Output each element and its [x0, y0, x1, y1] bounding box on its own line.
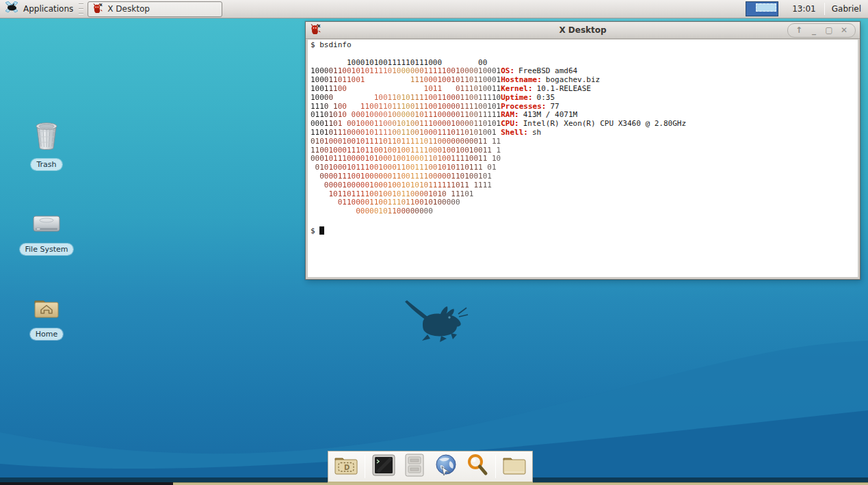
freebsd-daemon-icon: x: [92, 3, 103, 16]
shell-prompt: $: [311, 226, 319, 235]
desktop-icon-home[interactable]: Home: [14, 293, 79, 340]
minimize-button[interactable]: _: [808, 25, 820, 36]
sysinfo-value: bogachev.biz: [542, 75, 600, 84]
ascii-art-binary: 1101011100001011110011001000111011010100…: [311, 128, 501, 137]
terminal-sysinfo-line: 00001000001000100101010111111011 1111: [311, 181, 858, 190]
directory-menu-launcher[interactable]: D: [333, 454, 359, 480]
sysinfo-label: Processes:: [501, 102, 546, 111]
sysinfo-label: CPU:: [501, 119, 519, 128]
sysinfo-value: Intel(R) Xeon(R) CPU X3460 @ 2.80GHz: [519, 119, 686, 128]
desktop-icon-label: Home: [30, 328, 63, 340]
desktop-icon-label: File System: [20, 244, 74, 255]
terminal-content[interactable]: $ bsdinfo 100010100111110111000 00100001…: [308, 40, 858, 277]
terminal-command-line: $ bsdinfo: [311, 41, 858, 50]
web-browser-launcher[interactable]: [433, 454, 459, 480]
shade-button[interactable]: ↑: [793, 25, 805, 36]
directory-menu-icon: D: [334, 454, 358, 479]
sysinfo-value: FreeBSD amd64: [514, 66, 577, 75]
harddrive-icon: [31, 211, 62, 239]
window-controls: ↑ _ ▢ ✕: [787, 23, 856, 38]
window-titlebar[interactable]: x X Desktop ↑ _ ▢ ✕: [306, 22, 860, 39]
panel-separator: [824, 3, 825, 15]
taskbar-window-label: X Desktop: [107, 4, 150, 14]
search-launcher[interactable]: [464, 454, 490, 480]
web-browser-icon: [434, 453, 458, 480]
applications-menu-button[interactable]: Applications: [0, 0, 79, 18]
ascii-art-binary: 1000011001010111101000000111110010000100…: [311, 66, 501, 75]
terminal-sysinfo-line: 00001110010000001100111100000110100101: [311, 172, 858, 181]
xfce-mouse-silhouette: [402, 298, 471, 346]
ascii-art-binary: 01101010 0001000010000010111000001100111…: [311, 110, 501, 119]
sysinfo-value: sh: [528, 128, 541, 137]
desktop-background: Applications x X Desktop: [0, 0, 868, 485]
ascii-art-binary: 10110111100100101100001010 11101: [311, 189, 473, 198]
terminal-launcher[interactable]: [371, 454, 397, 480]
ascii-art-binary: 010100010010111101101111101100000000011 …: [311, 137, 501, 146]
sysinfo-value: 10.1-RELEASE: [533, 84, 591, 93]
dock-separator: [365, 455, 365, 478]
terminal-blank-line: [311, 216, 858, 225]
terminal-prompt-line: $: [311, 225, 858, 236]
panel-grip-handle[interactable]: [79, 3, 83, 14]
panel-clock[interactable]: 13:01: [785, 4, 823, 14]
user-menu[interactable]: Gabriel: [826, 4, 868, 14]
ascii-art-binary: 00001110010000001100111100000110100101: [311, 172, 492, 181]
sysinfo-value: 413M / 4071M: [519, 110, 577, 119]
sysinfo-label: Uptime:: [501, 93, 532, 102]
ascii-art-binary: 100011011001 11100010010110110001: [311, 75, 501, 84]
ascii-art-binary: 000101110000101000100100011010011110011 …: [311, 154, 501, 163]
applications-menu-label: Applications: [23, 4, 73, 14]
terminal-sysinfo-line: 00000101100000000: [311, 207, 858, 216]
top-panel: Applications x X Desktop: [0, 0, 868, 18]
ascii-art-binary: 10000 1001101011110011000110011110: [311, 93, 501, 102]
file-cabinet-launcher[interactable]: [402, 454, 428, 480]
trash-icon: [31, 120, 62, 155]
window-title: X Desktop: [306, 25, 860, 35]
home-folder-icon: [31, 293, 62, 324]
ascii-art-binary: 0001101 00100011000101001110000100001101…: [311, 119, 501, 128]
maximize-button[interactable]: ▢: [823, 25, 835, 36]
ascii-art-binary: 00000101100000000: [311, 207, 433, 215]
pager-window-preview: [756, 3, 776, 12]
xfce-logo-icon: [4, 1, 19, 16]
terminal-sysinfo-line: 010100010010111101101111101100000000011 …: [311, 137, 858, 146]
close-button[interactable]: ✕: [838, 25, 850, 36]
ascii-art-binary: 00001000001000100101010111111011 1111: [311, 181, 492, 189]
terminal-cursor: [319, 226, 324, 235]
dock-separator: [495, 455, 496, 478]
bottom-dock: D: [328, 451, 533, 483]
terminal-sysinfo-line: 10000 1001101011110011000110011110Uptime…: [311, 94, 858, 103]
workspace-pager[interactable]: [746, 1, 778, 16]
file-cabinet-icon: [404, 454, 425, 480]
terminal-sysinfo-line: 1101011100001011110011001000111011010100…: [311, 129, 858, 137]
file-manager-folder-icon: [502, 454, 527, 479]
ascii-art-binary: 1110 100 1100110111001110010000111100101: [311, 102, 501, 111]
sysinfo-value: 77: [546, 102, 559, 111]
ascii-art-binary: 011000011001110110010100000: [311, 198, 460, 207]
taskbar-window-button[interactable]: x X Desktop: [88, 1, 222, 17]
sysinfo-label: Hostname:: [501, 75, 542, 84]
desktop-icon-label: Trash: [31, 159, 62, 170]
terminal-window: x X Desktop ↑ _ ▢ ✕ $ bsdinfo 1000101001…: [305, 21, 860, 280]
ascii-art-binary: 100010100111110111000 00: [311, 58, 487, 67]
sysinfo-label: Shell:: [501, 128, 528, 137]
ascii-art-binary: 0101000101110010001100111001010110111 01: [311, 163, 497, 172]
svg-text:D: D: [344, 464, 350, 471]
file-manager-launcher[interactable]: [501, 454, 527, 480]
ascii-art-binary: 10011100 1011 0111010011: [311, 84, 501, 93]
sysinfo-label: OS:: [501, 66, 514, 75]
search-icon: [465, 453, 490, 480]
sysinfo-value: 0:35: [533, 93, 555, 102]
svg-text:x: x: [100, 3, 103, 8]
terminal-sysinfo-line: 10011100 1011 0111010011Kernel:10.1-RELE…: [311, 85, 858, 94]
desktop-icon-trash[interactable]: Trash: [14, 120, 79, 170]
sysinfo-label: Kernel:: [501, 84, 532, 93]
ascii-art-binary: 1100100011101100100100111100010010010011…: [311, 146, 501, 155]
desktop-icon-file-system[interactable]: File System: [14, 211, 79, 255]
terminal-icon: [372, 454, 395, 479]
sysinfo-label: RAM:: [501, 110, 519, 119]
bottom-edge-dark: [0, 482, 173, 485]
